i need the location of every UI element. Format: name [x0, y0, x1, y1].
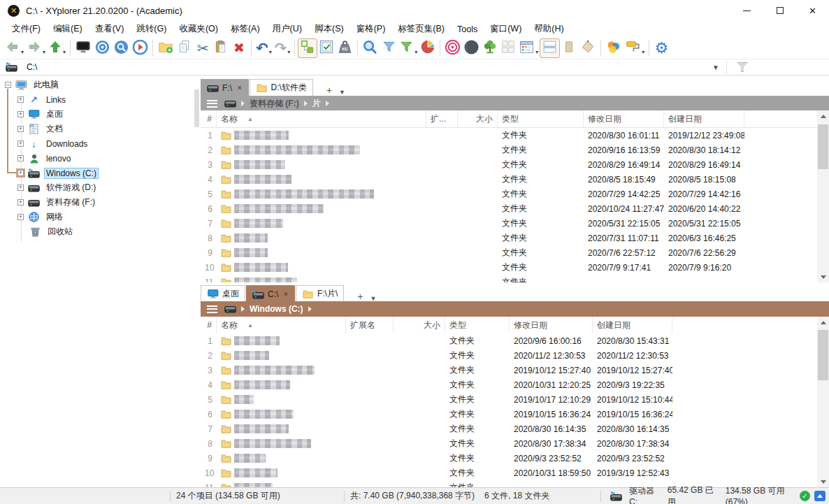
tab-label[interactable]: 桌面: [222, 288, 239, 300]
hamburger-menu-icon[interactable]: [207, 100, 217, 108]
dropdown-caret-icon[interactable]: ▾: [43, 49, 45, 58]
toolbar-checkbox-button[interactable]: [317, 38, 336, 58]
vertical-scrollbar[interactable]: [817, 110, 829, 282]
menu-item-3[interactable]: 跳转(G): [130, 21, 173, 37]
tree-item-label[interactable]: 桌面: [44, 108, 65, 121]
toolbar-roller-button[interactable]: ▾: [623, 38, 646, 58]
scroll-down-icon[interactable]: [817, 476, 829, 487]
file-name-cell[interactable]: [217, 189, 426, 199]
maximize-button[interactable]: [763, 0, 796, 21]
toolbar-search-button[interactable]: [361, 38, 380, 58]
tab-1[interactable]: C:\✕: [246, 285, 295, 302]
file-row[interactable]: 4文件夹2020/10/31 12:20:252020/9/3 19:22:35: [201, 377, 817, 392]
toolbar-zoom-circle-button[interactable]: [112, 38, 131, 58]
tab-close-icon[interactable]: ✕: [283, 291, 289, 298]
breadcrumb-segment[interactable]: 片: [312, 98, 321, 110]
column-header-0[interactable]: #: [201, 317, 217, 333]
tab-list-button[interactable]: ▼: [336, 89, 348, 96]
tree-item-1[interactable]: +↗Links: [17, 92, 68, 107]
file-name-cell[interactable]: [217, 278, 426, 282]
tab-2[interactable]: F:\片\: [296, 285, 344, 302]
toolbar-weight-button[interactable]: KG: [336, 38, 354, 58]
minimize-button[interactable]: [730, 0, 763, 21]
file-row[interactable]: 1文件夹2020/8/30 16:01:112019/12/12 23:49:0…: [201, 128, 817, 143]
tree-scrollbar-thumb[interactable]: [194, 89, 199, 127]
file-row[interactable]: 4文件夹2020/8/5 18:15:492020/8/5 18:15:08: [201, 172, 817, 187]
menu-item-5[interactable]: 标签(A): [224, 21, 266, 37]
tree-item-label[interactable]: Links: [44, 94, 68, 106]
toolbar-cut-button[interactable]: ✂: [194, 38, 212, 58]
file-name-cell[interactable]: [217, 145, 426, 154]
toolbar-tree-toggle-button[interactable]: [298, 38, 317, 58]
address-dropdown-icon[interactable]: ▼: [712, 64, 719, 71]
column-header-4[interactable]: 类型: [445, 317, 510, 333]
column-header-1[interactable]: 名称▲: [217, 317, 346, 333]
file-row[interactable]: 9文件夹2020/9/3 23:52:522020/9/3 23:52:52: [201, 451, 817, 466]
toolbar-go-circle-button[interactable]: [131, 38, 150, 58]
dropdown-caret-icon[interactable]: ▾: [287, 49, 290, 58]
tree-item-3[interactable]: +文档: [17, 122, 65, 136]
tab-0[interactable]: F:\✕: [201, 79, 249, 96]
tree-item-label[interactable]: 此电脑: [31, 78, 61, 92]
toolbar-pie-button[interactable]: [419, 38, 437, 58]
toolbar-gear-button[interactable]: ⚙: [652, 38, 670, 58]
new-tab-button[interactable]: +: [322, 85, 336, 96]
file-row[interactable]: 3文件夹2020/8/29 16:49:142020/8/29 16:49:14: [201, 157, 817, 172]
tab-1[interactable]: D:\软件类: [250, 79, 313, 96]
file-row[interactable]: 5文件夹2019/10/17 12:10:292019/10/12 15:10:…: [201, 392, 817, 407]
toolbar-new-folder-button[interactable]: [156, 38, 175, 58]
file-row[interactable]: 8文件夹2020/7/31 11:07:112020/6/3 16:46:25: [201, 231, 817, 245]
toolbar-pane-rotate-button[interactable]: [578, 38, 598, 58]
menu-item-6[interactable]: 用户(U): [266, 21, 308, 37]
toolbar-tree-button[interactable]: [481, 38, 499, 58]
tab-0[interactable]: 桌面: [201, 285, 245, 302]
file-row[interactable]: 1文件夹2020/9/6 16:00:162020/8/30 15:43:31: [201, 333, 817, 348]
menu-item-8[interactable]: 窗格(P): [350, 21, 392, 37]
menu-item-4[interactable]: 收藏夹(O): [173, 21, 224, 37]
file-row[interactable]: 11文件夹: [201, 275, 817, 282]
tree-item-2[interactable]: +桌面: [17, 107, 65, 122]
address-filter-icon[interactable]: [737, 62, 748, 74]
tree-expander-icon[interactable]: +: [17, 185, 24, 191]
tree-expander-icon[interactable]: −: [5, 82, 11, 88]
address-path[interactable]: C:\: [27, 62, 37, 72]
toolbar-forward-button[interactable]: ▾: [25, 38, 47, 58]
tree-expander-icon[interactable]: +: [17, 111, 24, 117]
file-name-cell[interactable]: [217, 380, 346, 389]
dropdown-caret-icon[interactable]: ▾: [414, 49, 417, 58]
tab-label[interactable]: C:\: [268, 289, 278, 299]
column-header-5[interactable]: 修改日期: [510, 317, 593, 333]
menu-item-9[interactable]: 标签页集(B): [391, 21, 451, 37]
toolbar-filter-green-button[interactable]: ▾: [398, 38, 419, 58]
tree-item-label[interactable]: 软件游戏 (D:): [44, 181, 98, 194]
tree-item-label[interactable]: 回收站: [45, 225, 75, 238]
toolbar-copy-button[interactable]: [175, 38, 194, 58]
file-row[interactable]: 9文件夹2020/7/6 22:57:122020/7/6 22:56:29: [201, 245, 817, 260]
file-row[interactable]: 7文件夹2020/5/31 22:15:052020/5/31 22:15:05: [201, 216, 817, 231]
toolbar-back-button[interactable]: ▾: [3, 38, 25, 58]
hamburger-menu-icon[interactable]: [207, 305, 217, 313]
menu-item-0[interactable]: 文件(F): [6, 21, 47, 37]
vertical-scrollbar[interactable]: [817, 317, 829, 487]
file-name-cell[interactable]: [217, 175, 426, 184]
tree-item-label[interactable]: 文档: [44, 122, 65, 136]
tree-item-0[interactable]: −此电脑: [5, 78, 61, 92]
column-header-6[interactable]: 创建日期: [664, 110, 744, 127]
file-row[interactable]: 7文件夹2020/8/30 16:14:352020/8/30 16:14:35: [201, 422, 817, 436]
file-name-cell[interactable]: [217, 439, 346, 448]
menu-item-10[interactable]: Tools: [451, 22, 484, 36]
breadcrumb-segment[interactable]: 资料存储 (F:): [250, 98, 299, 110]
scroll-down-icon[interactable]: [817, 271, 829, 282]
tree-expander-icon[interactable]: +: [17, 170, 24, 176]
file-name-cell[interactable]: [217, 410, 346, 419]
dropdown-caret-icon[interactable]: ▾: [63, 49, 66, 58]
column-header-2[interactable]: 扩展名: [346, 317, 394, 333]
close-button[interactable]: ✕: [796, 0, 829, 21]
file-name-cell[interactable]: [217, 204, 426, 213]
dropdown-caret-icon[interactable]: ▾: [21, 49, 24, 58]
toolbar-redo-button[interactable]: ↷▾: [273, 38, 292, 58]
new-tab-button[interactable]: +: [353, 291, 367, 302]
tree-item-4[interactable]: +↓Downloads: [17, 136, 89, 151]
scroll-to-top-button[interactable]: [814, 491, 826, 501]
scroll-up-icon[interactable]: [817, 317, 829, 328]
